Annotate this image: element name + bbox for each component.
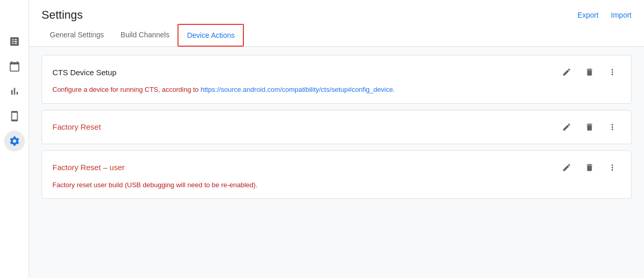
action-card-factory-reset: Factory Reset [42, 110, 632, 144]
more-vert-icon [608, 122, 617, 132]
edit-icon [562, 67, 571, 77]
delete-icon [585, 163, 594, 172]
header-actions: Export Import [578, 11, 632, 19]
content-area: CTS Device Setup [29, 47, 644, 278]
action-card-icons-fr [558, 119, 621, 135]
edit-icon [562, 122, 571, 132]
action-card-factory-reset-user: Factory Reset – user [42, 150, 632, 199]
tabs-bar: General Settings Build Channels Device A… [29, 24, 644, 47]
action-card-header-fru: Factory Reset – user [52, 159, 621, 176]
action-title-factory-reset-user: Factory Reset – user [52, 163, 125, 172]
chart-icon [9, 86, 20, 97]
more-button-factory-reset[interactable] [604, 119, 621, 135]
edit-button-factory-reset[interactable] [558, 119, 575, 135]
more-button-factory-reset-user[interactable] [604, 159, 621, 176]
calendar-icon [9, 61, 20, 72]
sidebar-item-tasks[interactable] [4, 31, 25, 52]
cts-link[interactable]: https://source.android.com/compatibility… [200, 86, 393, 93]
tab-device-actions[interactable]: Device Actions [177, 24, 244, 47]
action-title-cts: CTS Device Setup [52, 68, 116, 77]
delete-button-factory-reset-user[interactable] [581, 159, 598, 176]
sidebar-item-device[interactable] [4, 106, 25, 127]
device-icon [9, 110, 20, 122]
action-card-header: CTS Device Setup [52, 64, 621, 80]
sidebar [0, 0, 29, 278]
tab-build-channels[interactable]: Build Channels [112, 24, 177, 47]
import-button[interactable]: Import [611, 11, 632, 19]
action-card-icons-fru [558, 159, 621, 176]
tab-general-settings[interactable]: General Settings [42, 24, 112, 47]
tasks-icon [9, 36, 20, 47]
delete-button-factory-reset[interactable] [581, 119, 598, 135]
more-vert-icon [608, 163, 617, 172]
sidebar-item-chart[interactable] [4, 81, 25, 102]
sidebar-item-settings[interactable] [4, 131, 25, 151]
action-card-header-fr: Factory Reset [52, 119, 621, 135]
main-content: Settings Export Import General Settings … [29, 0, 644, 278]
more-button-cts[interactable] [604, 64, 621, 80]
action-desc-fru: Factory reset user build (USB debugging … [52, 180, 621, 190]
export-button[interactable]: Export [578, 11, 598, 19]
edit-icon [562, 163, 571, 172]
page-header: Settings Export Import [29, 0, 644, 22]
edit-button-cts[interactable] [558, 64, 575, 80]
page-title: Settings [42, 8, 83, 22]
edit-button-factory-reset-user[interactable] [558, 159, 575, 176]
action-title-factory-reset: Factory Reset [52, 122, 101, 131]
delete-button-cts[interactable] [581, 64, 598, 80]
delete-icon [585, 67, 594, 77]
delete-icon [585, 122, 594, 132]
more-vert-icon [608, 67, 617, 77]
action-card-cts-device-setup: CTS Device Setup [42, 55, 632, 104]
settings-icon [9, 135, 20, 147]
action-desc-cts: Configure a device for running CTS, acco… [52, 85, 621, 95]
action-card-icons [558, 64, 621, 80]
sidebar-item-calendar[interactable] [4, 56, 25, 77]
